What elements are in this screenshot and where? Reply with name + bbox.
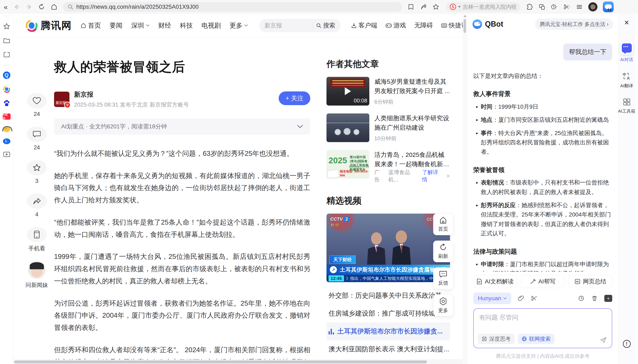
author-article-item[interactable]: 00:08 威海5岁男童疑遭生母及其男友殴打致死案今日开庭 ... 6分钟前 [327, 77, 450, 106]
comment-icon[interactable] [27, 126, 47, 142]
scissors-icon[interactable] [563, 3, 570, 10]
vertical-scrollbar[interactable] [463, 14, 467, 364]
scrollbar-thumb[interactable] [464, 19, 466, 33]
close-icon[interactable]: × [624, 18, 629, 26]
model-selector[interactable]: Hunyuan [473, 292, 511, 304]
attach-icon[interactable] [517, 295, 524, 302]
tab-devices-icon[interactable] [538, 3, 545, 10]
star-icon[interactable] [27, 160, 47, 175]
send-icon[interactable] [600, 336, 607, 344]
sidebar-collapse-icon[interactable]: « [4, 3, 8, 10]
chevron-down-icon[interactable] [297, 125, 303, 128]
deep-think-toggle[interactable]: 深度思考 [478, 334, 514, 344]
reload-icon[interactable] [38, 3, 45, 10]
reading-list-icon[interactable] [407, 3, 415, 10]
new-chat-icon[interactable]: ＋ [604, 295, 612, 302]
favorite-button[interactable]: 3 [27, 160, 47, 184]
add-bookmark-icon[interactable] [3, 150, 11, 158]
article-item-title[interactable]: 威海5岁男童疑遭生母及其男友殴打致死案今日开庭 ... [374, 77, 450, 96]
news-assistant-entry[interactable]: 问新闻妹 [26, 261, 48, 289]
page-summary-button[interactable]: AI 网页总结 [569, 275, 612, 288]
ai-highlight-bar[interactable]: AI划重点 · 全文约6201字，阅读需18分钟 [54, 118, 310, 135]
window-icon[interactable] [3, 51, 11, 58]
phone-icon[interactable] [27, 227, 47, 242]
like-button[interactable]: 24 [27, 93, 47, 118]
qq-site-icon[interactable]: Q [3, 72, 11, 79]
bookmark-star-icon[interactable] [432, 3, 439, 10]
history-icon[interactable] [578, 295, 585, 302]
chat-input[interactable]: 有问题 尽管问 深度思考 联网搜索 [473, 308, 612, 348]
video-list-item[interactable]: 澳大利亚国防部长表示 澳大利亚计划提... [327, 340, 450, 358]
ad-close-icon[interactable]: × [446, 172, 450, 180]
tencent-news-site-icon[interactable] [3, 85, 11, 93]
nav-item-tech[interactable]: 科技 [180, 21, 193, 30]
ad-thumbnail[interactable]: 2025 第22届中国(青岛)国际食品加工和包装机械展览会 2025年5月27-… [327, 150, 369, 179]
url-text[interactable]: https://news.qq.com/rain/a/20250325A01X9… [76, 4, 199, 10]
heart-icon[interactable] [27, 93, 47, 108]
nav-item-finance[interactable]: 财经 [158, 21, 171, 30]
history-icon[interactable] [551, 3, 558, 10]
tab-ai-translate[interactable]: 中A AI翻译 [620, 72, 633, 89]
ai-chat-icon[interactable] [620, 41, 633, 55]
author-avatar[interactable] [54, 92, 70, 107]
video-thumbnail[interactable]: 00:08 [327, 77, 369, 106]
article-item-title[interactable]: 人类细胞谱系大科学研究设施在广州启动建设 [374, 114, 450, 132]
nav-item-home[interactable]: 首页 [81, 21, 101, 30]
video-list-item-active[interactable]: 土耳其伊斯坦布尔市市长因涉嫌贪... [327, 322, 450, 340]
float-refresh-button[interactable]: 刷新 [433, 240, 453, 262]
horizontal-scrollbar[interactable] [13, 360, 463, 364]
nav-item-news[interactable]: 要闻 [110, 21, 123, 30]
nav-item-shenzhen[interactable]: 深圳 [131, 21, 150, 30]
send-tab-icon[interactable] [420, 3, 427, 10]
extensions-icon[interactable] [526, 3, 533, 10]
profile-avatar[interactable] [588, 2, 597, 12]
address-bar[interactable]: https://news.qq.com/rain/a/20250325A01X9… [63, 2, 402, 12]
share-icon[interactable] [27, 194, 47, 209]
ad-title[interactable]: 活力青岛，2025食品机械展来袭！一起嗨翻食机新潮... [374, 150, 450, 169]
hot-search-text[interactable]: 吉林一老虎闯入院内咬 [463, 3, 517, 10]
baidu-site-icon[interactable] [3, 99, 11, 107]
author-article-item[interactable]: 人类细胞谱系大科学研究设施在广州启动建设 10分钟前 [327, 114, 450, 142]
nav-item-accessibility[interactable]: 无障碍 [414, 21, 433, 30]
assistant-avatar[interactable] [28, 261, 46, 279]
site-search[interactable]: 新京报 搜索 [259, 19, 341, 32]
nav-item-tv[interactable]: 电视剧 [201, 21, 221, 30]
float-home-button[interactable]: 首页 [433, 214, 453, 235]
article-thumbnail[interactable] [327, 114, 369, 142]
favorites-star-icon[interactable] [3, 22, 11, 30]
ai-doc-read-button[interactable]: AI文档解读 [473, 275, 517, 288]
share-button[interactable]: 4 [27, 194, 47, 218]
video-list-item[interactable]: 住房城乡建设部：推广形成可持续城市 [327, 304, 450, 322]
home-icon[interactable] [51, 3, 58, 10]
ad-cta[interactable]: 了解详情 [422, 169, 443, 183]
video-player[interactable]: CCTV2 财经 CCTV.com 天下财经 ↗ [327, 214, 450, 282]
menu-icon[interactable] [576, 3, 583, 10]
forward-icon[interactable] [26, 3, 33, 10]
nav-item-games[interactable]: 游戏 [386, 21, 406, 30]
search-button[interactable]: 搜索 [316, 22, 335, 30]
ad-item[interactable]: 2025 第22届中国(青岛)国际食品加工和包装机械展览会 2025年5月27-… [327, 150, 450, 183]
listen-book-site-icon[interactable] [3, 126, 11, 132]
xiaohongshu-site-icon[interactable]: 小红书 [3, 114, 11, 120]
ai-write-button[interactable]: AI帮写 [521, 275, 564, 288]
qbot-cloud-button[interactable] [603, 2, 614, 12]
author-name[interactable]: 新京报 [74, 90, 189, 99]
trash-icon[interactable] [591, 295, 598, 302]
screenshot-ask-icon[interactable] [531, 295, 538, 302]
tencent-logo[interactable]: 腾讯网 [25, 19, 72, 32]
folder-icon[interactable] [3, 36, 11, 44]
nav-item-client[interactable]: 客户端 [351, 21, 377, 30]
video-list-item[interactable]: 外交部：历史问题事关中日关系政治基 [327, 287, 450, 304]
yuanbao-promo-pill[interactable]: 腾讯元宝-轻松工作 多点生活 › [535, 18, 613, 30]
hot-search-chip[interactable]: S 吉林一老虎闯入院内咬 [446, 2, 520, 12]
nav-item-more[interactable]: 更多 [230, 21, 248, 30]
tab-ai-toolbox[interactable]: AI工具箱 [618, 98, 635, 114]
comment-button[interactable]: 24 [27, 126, 47, 151]
scrollbar-thumb[interactable] [14, 360, 427, 364]
web-search-toggle[interactable]: 联网搜索 [518, 334, 554, 344]
scroll-up-arrow[interactable] [464, 15, 466, 17]
float-feedback-button[interactable]: 反馈 [433, 268, 453, 289]
mobile-view-button[interactable]: 手机看 [27, 227, 47, 252]
info-icon[interactable]: ! [623, 340, 631, 348]
clock-site-icon[interactable] [3, 138, 11, 144]
